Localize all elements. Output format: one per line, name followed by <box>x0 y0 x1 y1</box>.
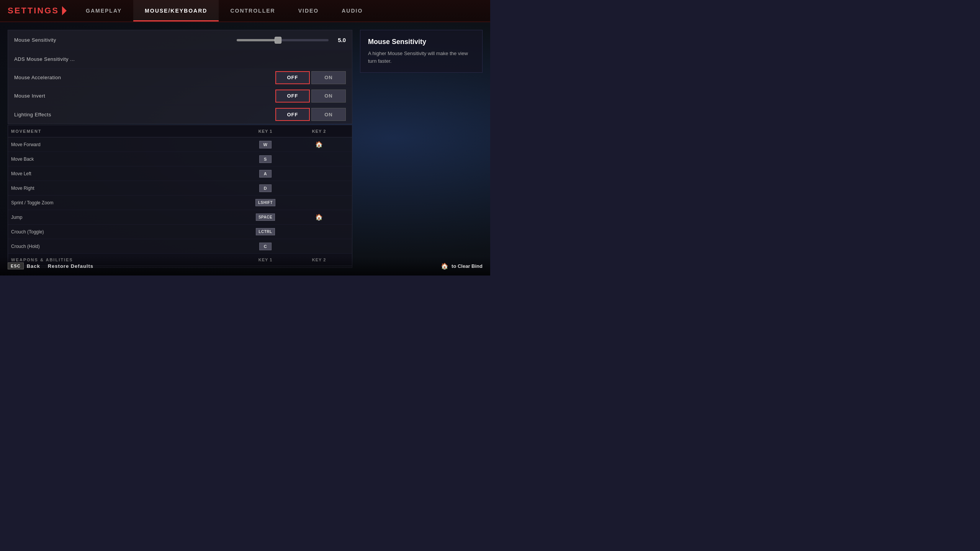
mouse-invert-off-btn[interactable]: Off <box>275 90 310 103</box>
nav-tabs: GAMEPLAY MOUSE/KEYBOARD CONTROLLER VIDEO… <box>74 0 374 21</box>
move-back-label: Move Back <box>8 156 239 162</box>
lighting-effects-off-btn[interactable]: Off <box>275 108 310 121</box>
keybind-move-forward: Move Forward W 🏠 <box>8 137 352 152</box>
keybind-move-left: Move Left A <box>8 166 352 181</box>
crouch-toggle-key1-badge: LCTRL <box>256 228 275 235</box>
keybind-crouch-hold: Crouch (Hold) C <box>8 239 352 254</box>
back-label: Back <box>27 263 40 269</box>
move-forward-key1-badge: W <box>259 141 272 148</box>
sprint-key1[interactable]: LSHIFT <box>239 197 292 208</box>
sensitivity-slider-thumb[interactable] <box>275 37 281 44</box>
lighting-effects-label: Lighting Effects <box>14 112 51 117</box>
tab-audio[interactable]: AUDIO <box>330 0 374 21</box>
keybind-section: MOVEMENT KEY 1 KEY 2 Move Forward W 🏠 <box>8 125 352 268</box>
jump-key2-icon: 🏠 <box>315 214 323 221</box>
move-forward-key2-icon: 🏠 <box>315 141 323 148</box>
mouse-acceleration-label: Mouse Acceleration <box>14 75 61 80</box>
movement-key1-header: KEY 1 <box>239 129 292 134</box>
jump-key2[interactable]: 🏠 <box>292 212 346 222</box>
mouse-acceleration-row: Mouse Acceleration Off On <box>8 68 352 87</box>
crouch-toggle-label: Crouch (Toggle) <box>8 229 239 235</box>
ads-sensitivity-label: ADS Mouse Sensitivity ... <box>14 56 75 62</box>
app-title: SETTINGS <box>8 6 59 16</box>
sprint-key1-badge: LSHIFT <box>255 199 275 206</box>
tab-video[interactable]: VIDEO <box>287 0 330 21</box>
mouse-sensitivity-control: 5.0 <box>56 37 346 43</box>
mouse-invert-toggle: Off On <box>275 90 346 103</box>
mouse-invert-on-btn[interactable]: On <box>311 90 346 103</box>
crouch-toggle-key1[interactable]: LCTRL <box>239 227 292 237</box>
restore-defaults-button[interactable]: Restore Defaults <box>48 263 93 269</box>
lighting-effects-toggle: Off On <box>275 108 346 121</box>
keybind-crouch-toggle: Crouch (Toggle) LCTRL <box>8 225 352 239</box>
keybind-sprint: Sprint / Toggle Zoom LSHIFT <box>8 196 352 210</box>
mouse-invert-row: Mouse Invert Off On <box>8 87 352 105</box>
sensitivity-slider-fill <box>237 39 278 41</box>
move-right-key2[interactable] <box>292 187 346 190</box>
keybind-move-right: Move Right D <box>8 181 352 196</box>
movement-section-header: MOVEMENT KEY 1 KEY 2 <box>8 125 352 137</box>
tab-controller[interactable]: CONTROLLER <box>219 0 286 21</box>
sensitivity-value: 5.0 <box>332 37 346 43</box>
crouch-hold-key2[interactable] <box>292 245 346 248</box>
clear-bind-hint: 🏠 to Clear Bind <box>441 262 483 270</box>
crouch-hold-label: Crouch (Hold) <box>8 244 239 249</box>
tab-gameplay[interactable]: GAMEPLAY <box>74 0 133 21</box>
move-right-label: Move Right <box>8 186 239 191</box>
sprint-key2[interactable] <box>292 201 346 204</box>
lighting-effects-on-btn[interactable]: On <box>311 108 346 121</box>
move-forward-key1[interactable]: W <box>239 139 292 150</box>
info-box: Mouse Sensitivity A higher Mouse Sensiti… <box>360 30 483 73</box>
move-back-key1-badge: S <box>259 155 272 163</box>
mouse-sensitivity-label: Mouse Sensitivity <box>14 37 56 43</box>
mouse-acceleration-on-btn[interactable]: On <box>311 71 346 84</box>
crouch-hold-key1[interactable]: C <box>239 241 292 252</box>
move-forward-label: Move Forward <box>8 142 239 147</box>
move-left-label: Move Left <box>8 171 239 176</box>
mouse-acceleration-off-btn[interactable]: Off <box>275 71 310 84</box>
info-title: Mouse Sensitivity <box>368 38 474 46</box>
jump-key1[interactable]: SPACE <box>239 212 292 222</box>
move-right-key1-badge: D <box>259 184 272 192</box>
left-panel: Mouse Sensitivity 5.0 ADS Mouse Sensitiv… <box>8 30 352 268</box>
move-right-key1[interactable]: D <box>239 183 292 194</box>
mouse-sensitivity-row: Mouse Sensitivity 5.0 <box>8 30 352 50</box>
crouch-hold-key1-badge: C <box>259 243 272 250</box>
move-left-key1-badge: A <box>259 170 272 178</box>
info-description: A higher Mouse Sensitivity will make the… <box>368 50 474 65</box>
top-settings: Mouse Sensitivity 5.0 ADS Mouse Sensitiv… <box>8 30 352 124</box>
ads-sensitivity-row[interactable]: ADS Mouse Sensitivity ... <box>8 50 352 68</box>
keybind-scroll[interactable]: MOVEMENT KEY 1 KEY 2 Move Forward W 🏠 <box>8 125 352 268</box>
move-back-key2[interactable] <box>292 158 346 161</box>
restore-label: Restore Defaults <box>48 263 93 269</box>
jump-key1-badge: SPACE <box>256 214 275 221</box>
right-panel: Mouse Sensitivity A higher Mouse Sensiti… <box>360 30 483 268</box>
movement-key2-header: KEY 2 <box>292 129 346 134</box>
tab-mouse-keyboard[interactable]: MOUSE/KEYBOARD <box>133 0 219 21</box>
bottom-bar: ESC Back Restore Defaults 🏠 to Clear Bin… <box>0 256 490 276</box>
clear-bind-label: to Clear Bind <box>452 263 483 269</box>
esc-key: ESC <box>8 262 24 269</box>
main-content: Mouse Sensitivity 5.0 ADS Mouse Sensitiv… <box>0 22 490 276</box>
move-left-key2[interactable] <box>292 172 346 175</box>
clear-bind-icon: 🏠 <box>441 262 448 270</box>
keybind-move-back: Move Back S <box>8 152 352 166</box>
sprint-label: Sprint / Toggle Zoom <box>8 200 239 205</box>
back-button[interactable]: ESC Back <box>8 262 40 269</box>
mouse-acceleration-toggle: Off On <box>275 71 346 84</box>
move-forward-key2[interactable]: 🏠 <box>292 139 346 150</box>
keybind-jump: Jump SPACE 🏠 <box>8 210 352 225</box>
movement-label: MOVEMENT <box>8 129 239 134</box>
jump-label: Jump <box>8 215 239 220</box>
bottom-left-actions: ESC Back Restore Defaults <box>8 262 93 269</box>
sensitivity-slider-track[interactable] <box>237 39 329 41</box>
mouse-invert-label: Mouse Invert <box>14 93 45 99</box>
move-back-key1[interactable]: S <box>239 154 292 165</box>
crouch-toggle-key2[interactable] <box>292 230 346 233</box>
nav-bar: SETTINGS GAMEPLAY MOUSE/KEYBOARD CONTROL… <box>0 0 490 22</box>
move-left-key1[interactable]: A <box>239 168 292 179</box>
lighting-effects-row: Lighting Effects Off On <box>8 105 352 124</box>
